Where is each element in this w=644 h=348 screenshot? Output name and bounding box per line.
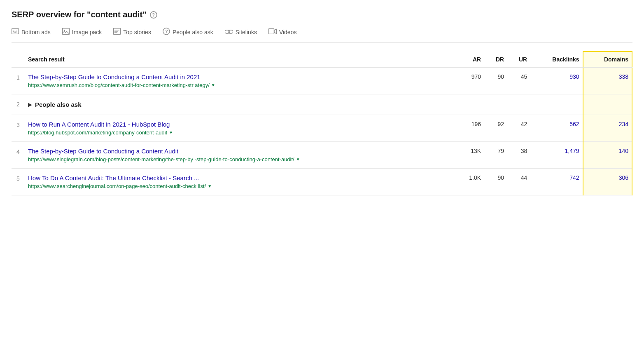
help-icon[interactable]: ? — [150, 11, 157, 19]
col-header-dr: DR — [484, 52, 507, 67]
people-also-ask-icon: ? — [163, 28, 170, 37]
people-ask-cell: ▶ People also ask — [25, 94, 583, 115]
ar-1: 970 — [456, 67, 484, 94]
svg-point-3 — [64, 30, 65, 31]
ar-5: 1.0K — [456, 169, 484, 195]
result-cell-4: The Step-by-Step Guide to Conducting a C… — [25, 142, 456, 169]
people-ask-label: People also ask — [35, 101, 82, 108]
table-row: 3 How to Run A Content Audit in 2021 - H… — [12, 115, 632, 142]
result-cell-3: How to Run A Content Audit in 2021 - Hub… — [25, 115, 456, 142]
result-title-3[interactable]: How to Run A Content Audit in 2021 - Hub… — [28, 121, 453, 128]
result-url-1: https://www.semrush.com/blog/content-aud… — [28, 82, 453, 88]
ur-3: 42 — [507, 115, 530, 142]
sitelinks-icon — [225, 28, 233, 36]
result-url-3: https://blog.hubspot.com/marketing/compa… — [28, 129, 453, 136]
feature-top-stories[interactable]: Top stories — [113, 28, 151, 36]
col-header-backlinks: Backlinks — [530, 52, 583, 67]
triangle-icon: ▶ — [28, 102, 32, 108]
ar-4: 13K — [456, 142, 484, 169]
people-also-ask-label: People also ask — [173, 29, 213, 35]
feature-videos[interactable]: Videos — [268, 28, 297, 36]
ur-5: 44 — [507, 169, 530, 195]
videos-icon — [268, 28, 277, 36]
top-stories-icon — [113, 28, 121, 36]
backlinks-5[interactable]: 742 — [530, 169, 583, 195]
url-dropdown-1[interactable]: ▼ — [211, 83, 215, 87]
videos-label: Videos — [279, 29, 297, 35]
top-stories-label: Top stories — [123, 29, 151, 35]
rank-3: 3 — [12, 115, 25, 142]
serp-table: Search result AR DR UR Backlinks Domains… — [12, 51, 632, 195]
url-dropdown-3[interactable]: ▼ — [169, 130, 173, 135]
url-dropdown-4[interactable]: ▼ — [296, 157, 300, 162]
sitelinks-label: Sitelinks — [236, 29, 257, 35]
dr-3: 92 — [484, 115, 507, 142]
ar-3: 196 — [456, 115, 484, 142]
result-cell-5: How To Do A Content Audit: The Ultimate … — [25, 169, 456, 195]
backlinks-1[interactable]: 930 — [530, 67, 583, 94]
domains-4[interactable]: 140 — [583, 142, 632, 169]
feature-bottom-ads[interactable]: Ad Bottom ads — [12, 28, 51, 36]
col-header-ar: AR — [456, 52, 484, 67]
image-pack-label: Image pack — [72, 29, 102, 35]
url-dropdown-5[interactable]: ▼ — [208, 184, 212, 188]
domains-1[interactable]: 338 — [583, 67, 632, 94]
col-header-search-result: Search result — [25, 52, 456, 67]
dr-1: 90 — [484, 67, 507, 94]
ur-4: 38 — [507, 142, 530, 169]
dr-5: 90 — [484, 169, 507, 195]
image-pack-icon — [62, 28, 70, 36]
col-header-domains: Domains — [583, 52, 632, 67]
ur-1: 45 — [507, 67, 530, 94]
result-url-5: https://www.searchenginejournal.com/on-p… — [28, 183, 453, 189]
svg-text:?: ? — [165, 29, 168, 34]
result-title-5[interactable]: How To Do A Content Audit: The Ultimate … — [28, 174, 453, 181]
feature-image-pack[interactable]: Image pack — [62, 28, 102, 36]
result-title-4[interactable]: The Step-by-Step Guide to Conducting a C… — [28, 148, 453, 155]
svg-rect-10 — [268, 29, 274, 34]
result-url-4: https://www.singlegrain.com/blog-posts/c… — [28, 156, 453, 162]
ad-icon: Ad — [12, 28, 19, 36]
rank-1: 1 — [12, 67, 25, 94]
domains-5[interactable]: 306 — [583, 169, 632, 195]
svg-text:Ad: Ad — [13, 30, 16, 33]
svg-rect-2 — [62, 28, 69, 35]
table-row: 4 The Step-by-Step Guide to Conducting a… — [12, 142, 632, 169]
title-text: SERP overview for "content audit" — [12, 10, 147, 19]
rank-4: 4 — [12, 142, 25, 169]
result-title-1[interactable]: The Step-by-Step Guide to Conducting a C… — [28, 73, 453, 80]
feature-sitelinks[interactable]: Sitelinks — [225, 28, 257, 36]
table-row: 1 The Step-by-Step Guide to Conducting a… — [12, 67, 632, 94]
bottom-ads-label: Bottom ads — [21, 29, 51, 35]
feature-bar: Ad Bottom ads Image pack Top stories — [12, 28, 632, 43]
backlinks-4[interactable]: 1,479 — [530, 142, 583, 169]
domains-3[interactable]: 234 — [583, 115, 632, 142]
col-header-ur: UR — [507, 52, 530, 67]
dr-4: 79 — [484, 142, 507, 169]
table-row-people-ask: 2 ▶ People also ask — [12, 94, 632, 115]
domains-paa — [583, 94, 632, 115]
table-row: 5 How To Do A Content Audit: The Ultimat… — [12, 169, 632, 195]
backlinks-3[interactable]: 562 — [530, 115, 583, 142]
page-title: SERP overview for "content audit" ? — [12, 10, 632, 19]
rank-2: 2 — [12, 94, 25, 115]
result-cell-1: The Step-by-Step Guide to Conducting a C… — [25, 67, 456, 94]
feature-people-also-ask[interactable]: ? People also ask — [163, 28, 213, 37]
rank-5: 5 — [12, 169, 25, 195]
